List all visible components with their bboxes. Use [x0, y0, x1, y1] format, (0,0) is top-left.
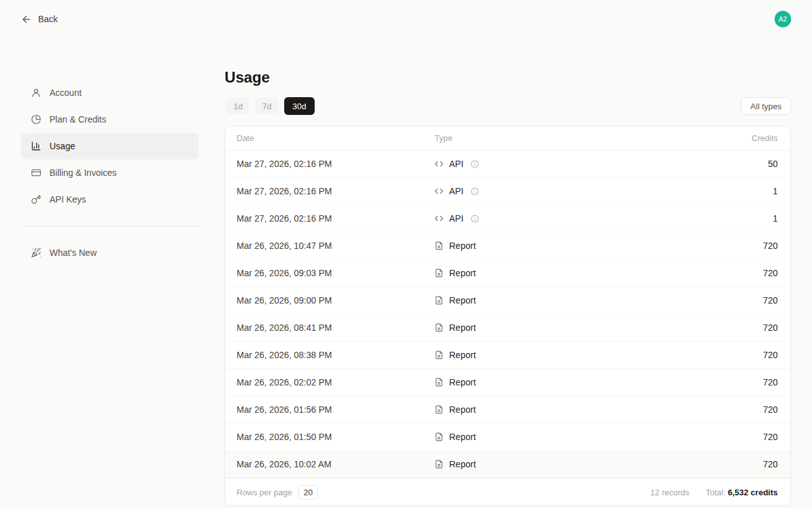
cell-date: Mar 26, 2026, 01:56 PM	[225, 404, 435, 415]
sidebar-item-account[interactable]: Account	[21, 79, 199, 106]
code-icon	[435, 214, 443, 223]
bar-chart-icon	[31, 141, 41, 151]
table-row[interactable]: Mar 26, 2026, 08:41 PM Report 720	[225, 314, 790, 342]
column-header-type: Type	[435, 133, 689, 143]
cell-type: API	[435, 159, 689, 169]
cell-date: Mar 26, 2026, 08:38 PM	[225, 350, 435, 360]
rows-per-page-select[interactable]: 20	[298, 485, 317, 500]
cell-credits: 50	[689, 159, 790, 169]
type-label: Report	[449, 295, 476, 305]
cell-credits: 720	[689, 350, 790, 360]
cell-credits: 720	[689, 323, 790, 333]
range-button-1d[interactable]: 1d	[226, 98, 249, 114]
sidebar-item-billing-invoices[interactable]: Billing & Invoices	[21, 159, 199, 186]
info-icon[interactable]	[471, 215, 479, 223]
info-icon[interactable]	[471, 160, 479, 168]
sidebar-item-label: Billing & Invoices	[49, 168, 117, 178]
file-icon	[435, 460, 443, 469]
table-row[interactable]: Mar 26, 2026, 09:00 PM Report 720	[225, 287, 790, 314]
cell-date: Mar 26, 2026, 10:02 AM	[225, 459, 435, 469]
table-row[interactable]: Mar 26, 2026, 01:50 PM Report 720	[225, 424, 790, 451]
cell-type: API	[435, 186, 689, 196]
cell-date: Mar 26, 2026, 10:47 PM	[225, 241, 435, 251]
file-icon	[435, 269, 443, 277]
file-icon	[435, 378, 443, 387]
cell-credits: 1	[689, 186, 790, 196]
footer-summary: 12 records Total: 6,532 credits	[650, 488, 778, 497]
table-row[interactable]: Mar 26, 2026, 02:02 PM Report 720	[225, 369, 790, 396]
rows-per-page: Rows per page 20	[237, 485, 318, 500]
cell-date: Mar 27, 2026, 02:16 PM	[225, 213, 435, 224]
table-row[interactable]: Mar 26, 2026, 08:38 PM Report 720	[225, 342, 790, 369]
cell-date: Mar 26, 2026, 09:00 PM	[225, 295, 435, 305]
rows-per-page-label: Rows per page	[237, 488, 292, 497]
sidebar-item-label: Account	[49, 88, 82, 98]
page-title: Usage	[225, 69, 791, 86]
sidebar-item-plan-credits[interactable]: Plan & Credits	[21, 106, 199, 133]
range-button-30d[interactable]: 30d	[284, 97, 315, 115]
table-row[interactable]: Mar 26, 2026, 10:02 AM Report 720	[225, 451, 790, 478]
sidebar-item-usage[interactable]: Usage	[21, 133, 199, 159]
cell-type: Report	[435, 350, 689, 360]
cell-date: Mar 27, 2026, 02:16 PM	[225, 159, 435, 169]
sidebar-item-label: Usage	[49, 141, 75, 151]
total-label: Total:	[706, 488, 726, 497]
cell-credits: 1	[689, 213, 790, 224]
file-icon	[435, 351, 443, 359]
cell-type: Report	[435, 295, 689, 305]
arrow-left-icon	[21, 14, 32, 25]
main-content: Usage 1d 7d 30d All types Date Type Cred…	[225, 0, 791, 506]
type-label: API	[449, 159, 464, 169]
credit-card-icon	[31, 168, 41, 178]
table-body: Mar 27, 2026, 02:16 PM API 50 Mar 27, 20…	[225, 150, 790, 478]
cell-credits: 720	[689, 459, 790, 469]
table-row[interactable]: Mar 27, 2026, 02:16 PM API 1	[225, 205, 790, 232]
type-label: Report	[449, 241, 476, 251]
type-label: API	[449, 186, 464, 196]
file-icon	[435, 296, 443, 305]
cell-credits: 720	[689, 404, 790, 415]
cell-type: Report	[435, 459, 689, 469]
cell-date: Mar 27, 2026, 02:16 PM	[225, 186, 435, 196]
type-label: Report	[449, 323, 476, 333]
cell-date: Mar 26, 2026, 09:03 PM	[225, 268, 435, 278]
usage-table: Date Type Credits Mar 27, 2026, 02:16 PM…	[225, 126, 791, 506]
table-row[interactable]: Mar 26, 2026, 09:03 PM Report 720	[225, 260, 790, 287]
file-icon	[435, 241, 443, 250]
column-header-credits: Credits	[689, 133, 790, 143]
total-credits: Total: 6,532 credits	[706, 488, 778, 497]
cell-type: Report	[435, 268, 689, 278]
column-header-date: Date	[225, 133, 435, 143]
table-row[interactable]: Mar 26, 2026, 10:47 PM Report 720	[225, 232, 790, 260]
back-label: Back	[38, 14, 58, 24]
table-row[interactable]: Mar 27, 2026, 02:16 PM API 50	[225, 150, 790, 178]
cell-credits: 720	[689, 377, 790, 387]
code-icon	[435, 159, 443, 168]
code-icon	[435, 187, 443, 196]
table-row[interactable]: Mar 27, 2026, 02:16 PM API 1	[225, 178, 790, 205]
table-header: Date Type Credits	[225, 126, 790, 150]
sidebar-item-api-keys[interactable]: API Keys	[21, 186, 199, 213]
type-label: API	[449, 213, 464, 224]
file-icon	[435, 405, 443, 414]
back-button[interactable]: Back	[21, 14, 58, 25]
table-row[interactable]: Mar 26, 2026, 01:56 PM Report 720	[225, 396, 790, 424]
sidebar: Account Plan & Credits Usage Billing & I…	[21, 79, 199, 266]
range-button-7d[interactable]: 7d	[255, 98, 278, 114]
type-label: Report	[449, 377, 476, 387]
cell-type: Report	[435, 432, 689, 442]
cell-credits: 720	[689, 432, 790, 442]
file-icon	[435, 432, 443, 441]
info-icon[interactable]	[471, 187, 479, 196]
type-label: Report	[449, 404, 476, 415]
cell-type: API	[435, 213, 689, 224]
sidebar-item-whats-new[interactable]: What's New	[21, 239, 199, 266]
records-count: 12 records	[650, 488, 689, 497]
cell-type: Report	[435, 377, 689, 387]
cell-credits: 720	[689, 241, 790, 251]
all-types-button[interactable]: All types	[741, 97, 791, 115]
filter-controls: 1d 7d 30d All types	[225, 97, 791, 115]
cell-type: Report	[435, 404, 689, 415]
cell-type: Report	[435, 323, 689, 333]
sidebar-item-label: Plan & Credits	[49, 114, 106, 124]
